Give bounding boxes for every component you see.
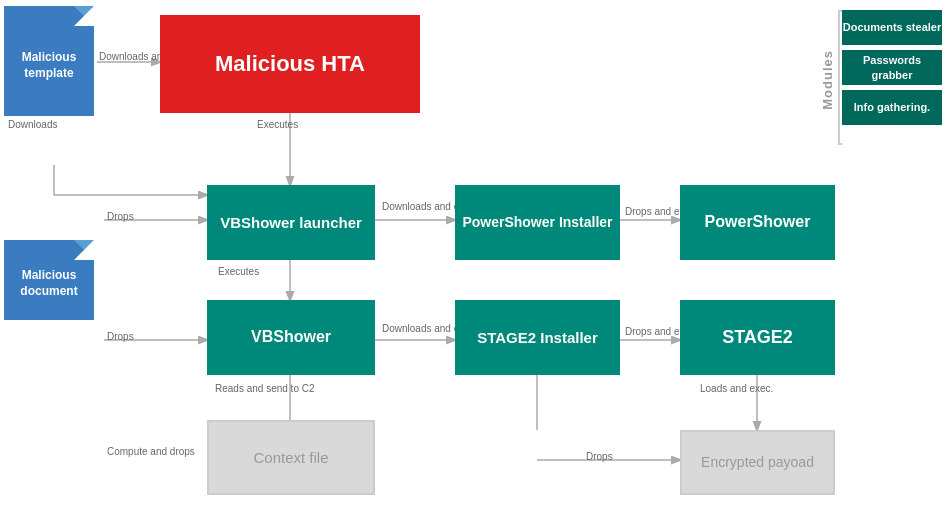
info-gathering-label: Info gathering. — [854, 100, 930, 114]
context-file-box: Context file — [207, 420, 375, 495]
powershower-installer-label: PowerShower Installer — [462, 213, 612, 231]
vbshower-box: VBShower — [207, 300, 375, 375]
vbshower-launcher-label: VBShower launcher — [220, 213, 362, 233]
documents-stealer-label: Documents stealer — [843, 20, 941, 34]
stage2-label: STAGE2 — [722, 326, 793, 349]
encrypted-payload-box: Encrypted payoad — [680, 430, 835, 495]
malicious-document-label: Malicious document — [4, 260, 94, 307]
stage2-installer-box: STAGE2 Installer — [455, 300, 620, 375]
malicious-hta-box: Malicious HTA — [160, 15, 420, 113]
powershower-box: PowerShower — [680, 185, 835, 260]
label-loads-exec: Loads and exec. — [700, 382, 773, 395]
passwords-grabber-label: Passwords grabber — [842, 53, 942, 82]
label-executes-2: Executes — [218, 265, 259, 278]
label-executes-1: Executes — [257, 118, 298, 131]
stage2-box: STAGE2 — [680, 300, 835, 375]
powershower-label: PowerShower — [705, 212, 811, 233]
vbshower-launcher-box: VBShower launcher — [207, 185, 375, 260]
modules-label: Modules — [820, 50, 835, 110]
documents-stealer-box: Documents stealer — [842, 10, 942, 45]
attack-flow-diagram: Malicious template Downloads and exec. M… — [0, 0, 945, 531]
vbshower-label: VBShower — [251, 327, 331, 348]
malicious-document-box: Malicious document — [4, 240, 94, 320]
label-drops-1: Drops — [107, 210, 134, 223]
label-downloads-1: Downloads — [8, 118, 57, 131]
encrypted-payload-label: Encrypted payoad — [701, 453, 814, 471]
label-drops-2: Drops — [107, 330, 134, 343]
label-drops-3: Drops — [586, 450, 613, 463]
malicious-hta-label: Malicious HTA — [215, 50, 365, 79]
label-reads-c2: Reads and send to C2 — [215, 382, 315, 395]
info-gathering-box: Info gathering. — [842, 90, 942, 125]
label-compute-drops: Compute and drops — [107, 445, 195, 458]
stage2-installer-label: STAGE2 Installer — [477, 328, 598, 348]
malicious-template-label: Malicious template — [4, 42, 94, 89]
malicious-template-box: Malicious template — [4, 6, 94, 116]
passwords-grabber-box: Passwords grabber — [842, 50, 942, 85]
context-file-label: Context file — [253, 448, 328, 468]
powershower-installer-box: PowerShower Installer — [455, 185, 620, 260]
